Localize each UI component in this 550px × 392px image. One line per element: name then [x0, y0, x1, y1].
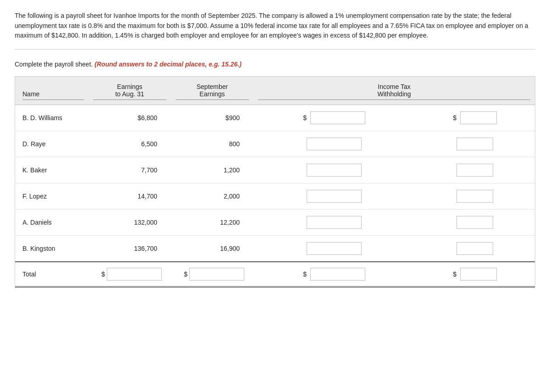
income-tax-cell — [253, 210, 415, 236]
income-tax-input-group — [258, 216, 410, 229]
income-tax-input-group — [258, 242, 410, 255]
total-income-tax-cell: $ — [253, 262, 415, 287]
header-sep-earnings: September Earnings — [171, 77, 253, 105]
income-tax-input-group — [258, 190, 410, 203]
earnings-aug-cell: 7,700 — [88, 157, 171, 183]
payroll-table: Name Earnings to Aug. 31 September Earni… — [15, 77, 535, 287]
header-earnings-aug: Earnings to Aug. 31 — [88, 77, 171, 105]
total-sep-earnings-group: $ — [176, 268, 249, 281]
table-row: B. D. Williams$6,800$900$$ — [15, 105, 535, 131]
income-tax-input[interactable] — [307, 242, 362, 255]
sep-earnings-cell: 2,000 — [171, 183, 253, 210]
header-sep-earnings-line2: Earnings — [176, 90, 249, 98]
sep-earnings-cell: $900 — [171, 105, 253, 131]
total-label-cell: Total — [15, 262, 88, 287]
table-row: F. Lopez14,7002,000 — [15, 183, 535, 210]
employee-name-cell: K. Baker — [15, 157, 88, 183]
last-col-cell — [415, 236, 535, 262]
header-name-label: Name — [22, 90, 39, 98]
header-earnings-aug-line1: Earnings — [93, 83, 166, 90]
last-col-dollar-sign: $ — [453, 114, 456, 121]
last-col-input[interactable] — [456, 190, 493, 203]
last-col-input[interactable] — [460, 111, 497, 124]
total-income-tax-dollar: $ — [303, 271, 307, 278]
instruction-text: Complete the payroll sheet. (Round answe… — [15, 61, 535, 68]
last-col-input[interactable] — [456, 242, 493, 255]
instruction-highlight: (Round answers to 2 decimal places, e.g.… — [94, 61, 242, 68]
instruction-prefix: Complete the payroll sheet. — [15, 61, 94, 68]
last-col-input[interactable] — [456, 164, 493, 177]
total-sep-earnings-input[interactable] — [189, 268, 244, 281]
table-row: D. Raye6,500800 — [15, 131, 535, 157]
income-tax-cell — [253, 183, 415, 210]
income-tax-input[interactable] — [310, 111, 365, 124]
last-col-input-group — [419, 138, 530, 150]
last-col-cell — [415, 210, 535, 236]
last-col-input-group — [419, 242, 530, 255]
total-earnings-aug-group: $ — [93, 268, 166, 281]
last-col-input[interactable] — [456, 138, 493, 150]
header-income-tax: Income Tax Withholding — [253, 77, 535, 105]
income-tax-cell — [253, 131, 415, 157]
sep-earnings-cell: 1,200 — [171, 157, 253, 183]
last-col-input-group — [419, 164, 530, 177]
earnings-aug-cell: $6,800 — [88, 105, 171, 131]
employee-name-cell: B. D. Williams — [15, 105, 88, 131]
employee-name-cell: B. Kingston — [15, 236, 88, 262]
last-col-input-group — [419, 216, 530, 229]
earnings-aug-cell: 14,700 — [88, 183, 171, 210]
table-row: B. Kingston136,70016,900 — [15, 236, 535, 262]
last-col-input[interactable] — [456, 216, 493, 229]
total-last-col-group: $ — [419, 268, 530, 281]
total-label: Total — [22, 271, 36, 278]
income-tax-input[interactable] — [307, 164, 362, 177]
total-earnings-aug-cell: $ — [88, 262, 171, 287]
total-last-col-cell: $ — [415, 262, 535, 287]
total-income-tax-input[interactable] — [310, 268, 365, 281]
total-earnings-aug-input[interactable] — [107, 268, 162, 281]
table-row: K. Baker7,7001,200 — [15, 157, 535, 183]
sep-earnings-cell: 12,200 — [171, 210, 253, 236]
income-tax-dollar-sign: $ — [303, 114, 307, 121]
total-last-input[interactable] — [460, 268, 497, 281]
sep-earnings-cell: 16,900 — [171, 236, 253, 262]
earnings-aug-cell: 136,700 — [88, 236, 171, 262]
total-row: Total $ $ $ — [15, 262, 535, 287]
header-income-tax-line2: Withholding — [258, 90, 530, 98]
last-col-input-group — [419, 190, 530, 203]
table-header-row: Name Earnings to Aug. 31 September Earni… — [15, 77, 535, 105]
income-tax-input-group — [258, 164, 410, 177]
earnings-aug-cell: 6,500 — [88, 131, 171, 157]
last-col-input-group: $ — [419, 111, 530, 124]
sep-earnings-cell: 800 — [171, 131, 253, 157]
employee-name-cell: F. Lopez — [15, 183, 88, 210]
last-col-cell — [415, 131, 535, 157]
income-tax-input[interactable] — [307, 216, 362, 229]
income-tax-input[interactable] — [307, 190, 362, 203]
intro-paragraph: The following is a payroll sheet for Iva… — [15, 11, 535, 50]
table-body: B. D. Williams$6,800$900$$D. Raye6,50080… — [15, 105, 535, 262]
total-last-dollar: $ — [453, 271, 456, 278]
header-name: Name — [15, 77, 88, 105]
earnings-aug-cell: 132,000 — [88, 210, 171, 236]
header-sep-earnings-line1: September — [176, 83, 249, 90]
total-sep-dollar: $ — [184, 271, 187, 278]
income-tax-cell — [253, 157, 415, 183]
total-income-tax-group: $ — [258, 268, 410, 281]
income-tax-cell: $ — [253, 105, 415, 131]
table-footer: Total $ $ $ — [15, 262, 535, 287]
table-row: A. Daniels132,00012,200 — [15, 210, 535, 236]
income-tax-input[interactable] — [307, 138, 362, 150]
header-earnings-aug-line2: to Aug. 31 — [93, 90, 166, 98]
total-sep-earnings-cell: $ — [171, 262, 253, 287]
last-col-cell — [415, 157, 535, 183]
employee-name-cell: D. Raye — [15, 131, 88, 157]
last-col-cell — [415, 183, 535, 210]
payroll-table-wrapper: Name Earnings to Aug. 31 September Earni… — [15, 76, 535, 288]
total-earnings-aug-dollar: $ — [101, 271, 105, 278]
last-col-cell: $ — [415, 105, 535, 131]
income-tax-cell — [253, 236, 415, 262]
income-tax-input-group: $ — [258, 111, 410, 124]
employee-name-cell: A. Daniels — [15, 210, 88, 236]
income-tax-input-group — [258, 138, 410, 150]
